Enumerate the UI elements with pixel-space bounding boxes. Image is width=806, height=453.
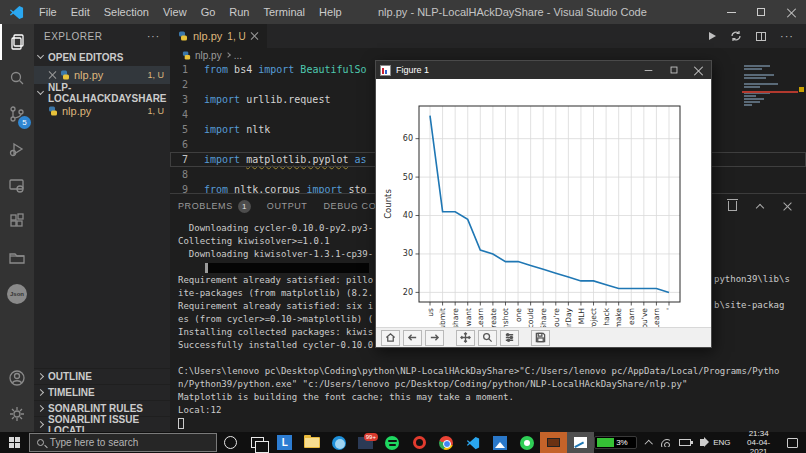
- svg-text:30: 30: [403, 249, 413, 258]
- tab-bar: nlp.py 1, U ···: [170, 24, 806, 48]
- taskbar-app-active-orange[interactable]: [540, 432, 567, 453]
- subplots-button[interactable]: [500, 330, 519, 346]
- code-token: BeautifulSo: [300, 64, 366, 75]
- breadcrumb-file[interactable]: nlp.py: [195, 50, 222, 61]
- menu-view[interactable]: View: [156, 0, 194, 24]
- tray-expand-icon[interactable]: [645, 440, 653, 448]
- battery-fill: [597, 438, 614, 447]
- sidebar-item-json-ext[interactable]: Json: [0, 276, 34, 312]
- clock[interactable]: 21:34 04-04-2021: [740, 429, 778, 453]
- sidebar-section-sonarlint-issue-locati-[interactable]: SONARLINT ISSUE LOCATI...: [34, 416, 170, 432]
- maximize-icon: [670, 67, 677, 74]
- menu-run[interactable]: Run: [222, 0, 256, 24]
- kill-terminal-icon[interactable]: [728, 201, 737, 211]
- cortana-button[interactable]: [217, 432, 244, 453]
- action-center-icon[interactable]: [787, 438, 798, 448]
- sync-icon[interactable]: [730, 30, 742, 42]
- taskbar-vscode[interactable]: [460, 432, 487, 453]
- menu-help[interactable]: Help: [312, 0, 349, 24]
- svg-text:share: share: [451, 308, 460, 329]
- run-file-button[interactable]: [709, 32, 716, 40]
- tab-nlp-py[interactable]: nlp.py 1, U: [170, 24, 267, 48]
- save-button[interactable]: [531, 330, 550, 346]
- pan-button[interactable]: [456, 330, 475, 346]
- taskbar-opera[interactable]: [406, 432, 433, 453]
- zoom-rect-button[interactable]: [478, 330, 497, 346]
- battery-widget[interactable]: 3%: [594, 436, 637, 449]
- breadcrumb-more[interactable]: ...: [234, 50, 242, 61]
- taskbar-mail[interactable]: 99+: [352, 432, 379, 453]
- figure-minimize-button[interactable]: [636, 61, 661, 79]
- close-panel-icon[interactable]: [783, 202, 792, 211]
- sidebar-item-run-debug[interactable]: [0, 132, 34, 168]
- task-view-button[interactable]: [244, 432, 271, 453]
- taskbar-file-explorer[interactable]: [298, 432, 325, 453]
- opera-icon: [413, 436, 426, 449]
- json-ext-icon: Json: [7, 284, 27, 304]
- line-chart: 2030405060usubmitsharewantLearnreatensho…: [376, 79, 711, 329]
- sidebar-more-actions[interactable]: ···: [147, 31, 160, 42]
- section-label: TIMELINE: [48, 387, 95, 398]
- sidebar-item-extensions[interactable]: [0, 204, 34, 240]
- file-item-nlp[interactable]: nlp.py 1, U: [34, 102, 170, 120]
- speaker-icon[interactable]: [700, 439, 705, 446]
- taskbar-chrome[interactable]: [433, 432, 460, 453]
- taskbar-figure-window[interactable]: [567, 432, 594, 453]
- close-button[interactable]: [776, 0, 806, 24]
- split-editor-button[interactable]: [756, 32, 766, 41]
- maximize-button[interactable]: [746, 0, 776, 24]
- python-file-icon: [60, 70, 70, 80]
- close-editor-icon[interactable]: [48, 71, 56, 79]
- figure-window[interactable]: Figure 1 2030405060usubmitsharewantLearn…: [375, 60, 712, 348]
- battery-icon[interactable]: [679, 439, 690, 446]
- minimap-line: [744, 86, 760, 88]
- figure-title-bar[interactable]: Figure 1: [376, 61, 711, 79]
- more-actions-button[interactable]: ···: [780, 30, 794, 42]
- sidebar-section-timeline[interactable]: TIMELINE: [34, 384, 170, 400]
- taskbar-whatsapp[interactable]: [513, 432, 540, 453]
- home-button[interactable]: [381, 330, 400, 346]
- start-button[interactable]: [0, 432, 29, 453]
- python-file-icon: [178, 31, 188, 41]
- menu-go[interactable]: Go: [194, 0, 223, 24]
- blue-app-icon: [332, 436, 346, 450]
- close-icon: [694, 66, 703, 75]
- menu-file[interactable]: File: [32, 0, 64, 24]
- settings-button[interactable]: [0, 396, 34, 432]
- taskbar-photos[interactable]: [487, 432, 514, 453]
- menu-selection[interactable]: Selection: [97, 0, 156, 24]
- panel-tab-problems[interactable]: PROBLEMS1: [178, 194, 251, 218]
- menu-edit[interactable]: Edit: [64, 0, 97, 24]
- taskbar-app-l[interactable]: L: [271, 432, 298, 453]
- back-button[interactable]: [403, 330, 422, 346]
- minimize-button[interactable]: [716, 0, 746, 24]
- code-text: [200, 77, 204, 92]
- figure-maximize-button[interactable]: [661, 61, 686, 79]
- floppy-icon: [535, 332, 546, 343]
- figure-toolbar: [376, 327, 711, 347]
- language-indicator[interactable]: ENG: [713, 438, 730, 447]
- tab-close-icon[interactable]: [251, 32, 259, 40]
- taskbar-search[interactable]: Type here to search: [29, 433, 218, 452]
- minimap-line: [744, 74, 774, 76]
- sidebar-item-remote-explorer[interactable]: [0, 168, 34, 204]
- sidebar-section-outline[interactable]: OUTLINE: [34, 368, 170, 384]
- sidebar-item-search[interactable]: [0, 60, 34, 96]
- panel-tab-output[interactable]: OUTPUT: [267, 194, 308, 218]
- taskbar-spotify[interactable]: [379, 432, 406, 453]
- sidebar-item-explorer[interactable]: [0, 24, 34, 60]
- wifi-icon[interactable]: [661, 439, 670, 447]
- svg-text:earn: earn: [627, 308, 636, 325]
- figure-close-button[interactable]: [686, 61, 711, 79]
- account-button[interactable]: [0, 360, 34, 396]
- taskbar-app-blue[interactable]: [325, 432, 352, 453]
- folder-section[interactable]: NLP-LOCALHACKDAYSHARE: [34, 84, 170, 102]
- chevron-up-icon[interactable]: [756, 203, 764, 211]
- forward-button[interactable]: [425, 330, 444, 346]
- gear-icon: [8, 405, 26, 423]
- minimap[interactable]: [744, 64, 796, 107]
- open-editors-section[interactable]: OPEN EDITORS: [34, 48, 170, 66]
- sidebar-item-folder-ext[interactable]: [0, 240, 34, 276]
- sidebar-item-source-control[interactable]: 5: [0, 96, 34, 132]
- menu-terminal[interactable]: Terminal: [257, 0, 313, 24]
